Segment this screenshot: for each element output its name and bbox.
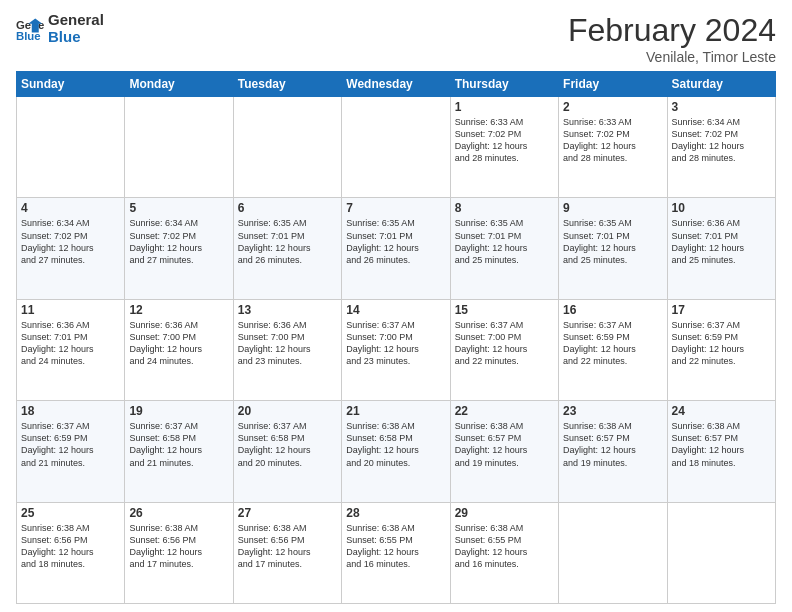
day-number: 26 [129,506,228,520]
calendar-cell [125,97,233,198]
calendar-cell: 18Sunrise: 6:37 AM Sunset: 6:59 PM Dayli… [17,401,125,502]
day-number: 27 [238,506,337,520]
day-number: 7 [346,201,445,215]
day-number: 29 [455,506,554,520]
calendar-cell: 3Sunrise: 6:34 AM Sunset: 7:02 PM Daylig… [667,97,775,198]
day-number: 2 [563,100,662,114]
day-info: Sunrise: 6:34 AM Sunset: 7:02 PM Dayligh… [21,217,120,266]
day-info: Sunrise: 6:37 AM Sunset: 6:59 PM Dayligh… [672,319,771,368]
day-number: 17 [672,303,771,317]
day-info: Sunrise: 6:38 AM Sunset: 6:55 PM Dayligh… [346,522,445,571]
calendar-cell [342,97,450,198]
day-number: 6 [238,201,337,215]
calendar-cell: 12Sunrise: 6:36 AM Sunset: 7:00 PM Dayli… [125,299,233,400]
calendar-cell: 26Sunrise: 6:38 AM Sunset: 6:56 PM Dayli… [125,502,233,603]
day-number: 18 [21,404,120,418]
day-number: 13 [238,303,337,317]
calendar-cell: 21Sunrise: 6:38 AM Sunset: 6:58 PM Dayli… [342,401,450,502]
calendar-cell: 9Sunrise: 6:35 AM Sunset: 7:01 PM Daylig… [559,198,667,299]
day-number: 1 [455,100,554,114]
day-info: Sunrise: 6:38 AM Sunset: 6:56 PM Dayligh… [129,522,228,571]
page: General Blue General Blue February 2024 … [0,0,792,612]
day-info: Sunrise: 6:38 AM Sunset: 6:56 PM Dayligh… [238,522,337,571]
day-info: Sunrise: 6:34 AM Sunset: 7:02 PM Dayligh… [129,217,228,266]
day-info: Sunrise: 6:38 AM Sunset: 6:57 PM Dayligh… [672,420,771,469]
calendar-cell: 23Sunrise: 6:38 AM Sunset: 6:57 PM Dayli… [559,401,667,502]
calendar-cell: 27Sunrise: 6:38 AM Sunset: 6:56 PM Dayli… [233,502,341,603]
day-info: Sunrise: 6:38 AM Sunset: 6:58 PM Dayligh… [346,420,445,469]
calendar-day-header: Friday [559,72,667,97]
calendar-week-row: 4Sunrise: 6:34 AM Sunset: 7:02 PM Daylig… [17,198,776,299]
calendar-day-header: Tuesday [233,72,341,97]
day-info: Sunrise: 6:36 AM Sunset: 7:01 PM Dayligh… [672,217,771,266]
calendar-cell: 11Sunrise: 6:36 AM Sunset: 7:01 PM Dayli… [17,299,125,400]
calendar-day-header: Sunday [17,72,125,97]
day-number: 10 [672,201,771,215]
day-info: Sunrise: 6:35 AM Sunset: 7:01 PM Dayligh… [346,217,445,266]
day-info: Sunrise: 6:38 AM Sunset: 6:57 PM Dayligh… [563,420,662,469]
day-info: Sunrise: 6:35 AM Sunset: 7:01 PM Dayligh… [238,217,337,266]
calendar-week-row: 18Sunrise: 6:37 AM Sunset: 6:59 PM Dayli… [17,401,776,502]
day-info: Sunrise: 6:36 AM Sunset: 7:01 PM Dayligh… [21,319,120,368]
day-info: Sunrise: 6:36 AM Sunset: 7:00 PM Dayligh… [129,319,228,368]
calendar-header-row: SundayMondayTuesdayWednesdayThursdayFrid… [17,72,776,97]
calendar-cell: 8Sunrise: 6:35 AM Sunset: 7:01 PM Daylig… [450,198,558,299]
calendar-cell: 5Sunrise: 6:34 AM Sunset: 7:02 PM Daylig… [125,198,233,299]
calendar-cell: 20Sunrise: 6:37 AM Sunset: 6:58 PM Dayli… [233,401,341,502]
day-info: Sunrise: 6:38 AM Sunset: 6:55 PM Dayligh… [455,522,554,571]
day-number: 21 [346,404,445,418]
day-number: 5 [129,201,228,215]
day-info: Sunrise: 6:37 AM Sunset: 6:59 PM Dayligh… [21,420,120,469]
calendar-cell: 19Sunrise: 6:37 AM Sunset: 6:58 PM Dayli… [125,401,233,502]
calendar-cell [667,502,775,603]
calendar-cell: 4Sunrise: 6:34 AM Sunset: 7:02 PM Daylig… [17,198,125,299]
calendar-cell: 15Sunrise: 6:37 AM Sunset: 7:00 PM Dayli… [450,299,558,400]
day-number: 25 [21,506,120,520]
calendar-cell: 29Sunrise: 6:38 AM Sunset: 6:55 PM Dayli… [450,502,558,603]
day-number: 11 [21,303,120,317]
day-info: Sunrise: 6:35 AM Sunset: 7:01 PM Dayligh… [563,217,662,266]
calendar-cell: 7Sunrise: 6:35 AM Sunset: 7:01 PM Daylig… [342,198,450,299]
calendar-cell: 25Sunrise: 6:38 AM Sunset: 6:56 PM Dayli… [17,502,125,603]
day-info: Sunrise: 6:37 AM Sunset: 7:00 PM Dayligh… [455,319,554,368]
calendar-cell: 13Sunrise: 6:36 AM Sunset: 7:00 PM Dayli… [233,299,341,400]
header: General Blue General Blue February 2024 … [16,12,776,65]
calendar-cell: 2Sunrise: 6:33 AM Sunset: 7:02 PM Daylig… [559,97,667,198]
day-info: Sunrise: 6:37 AM Sunset: 6:59 PM Dayligh… [563,319,662,368]
day-number: 9 [563,201,662,215]
day-number: 14 [346,303,445,317]
day-info: Sunrise: 6:37 AM Sunset: 6:58 PM Dayligh… [129,420,228,469]
logo-icon: General Blue [16,15,44,43]
calendar-day-header: Wednesday [342,72,450,97]
calendar-cell: 10Sunrise: 6:36 AM Sunset: 7:01 PM Dayli… [667,198,775,299]
calendar-cell: 22Sunrise: 6:38 AM Sunset: 6:57 PM Dayli… [450,401,558,502]
title-block: February 2024 Venilale, Timor Leste [568,12,776,65]
day-info: Sunrise: 6:33 AM Sunset: 7:02 PM Dayligh… [455,116,554,165]
day-info: Sunrise: 6:36 AM Sunset: 7:00 PM Dayligh… [238,319,337,368]
day-info: Sunrise: 6:38 AM Sunset: 6:56 PM Dayligh… [21,522,120,571]
calendar-week-row: 11Sunrise: 6:36 AM Sunset: 7:01 PM Dayli… [17,299,776,400]
day-number: 8 [455,201,554,215]
month-title: February 2024 [568,12,776,49]
calendar-cell: 28Sunrise: 6:38 AM Sunset: 6:55 PM Dayli… [342,502,450,603]
calendar-day-header: Saturday [667,72,775,97]
day-info: Sunrise: 6:37 AM Sunset: 7:00 PM Dayligh… [346,319,445,368]
day-info: Sunrise: 6:33 AM Sunset: 7:02 PM Dayligh… [563,116,662,165]
calendar-cell: 1Sunrise: 6:33 AM Sunset: 7:02 PM Daylig… [450,97,558,198]
day-number: 16 [563,303,662,317]
calendar-cell: 16Sunrise: 6:37 AM Sunset: 6:59 PM Dayli… [559,299,667,400]
day-number: 19 [129,404,228,418]
calendar-week-row: 25Sunrise: 6:38 AM Sunset: 6:56 PM Dayli… [17,502,776,603]
calendar-cell [17,97,125,198]
day-info: Sunrise: 6:37 AM Sunset: 6:58 PM Dayligh… [238,420,337,469]
day-info: Sunrise: 6:34 AM Sunset: 7:02 PM Dayligh… [672,116,771,165]
day-number: 22 [455,404,554,418]
day-number: 3 [672,100,771,114]
calendar-day-header: Monday [125,72,233,97]
calendar-cell: 14Sunrise: 6:37 AM Sunset: 7:00 PM Dayli… [342,299,450,400]
calendar-week-row: 1Sunrise: 6:33 AM Sunset: 7:02 PM Daylig… [17,97,776,198]
calendar-table: SundayMondayTuesdayWednesdayThursdayFrid… [16,71,776,604]
day-number: 4 [21,201,120,215]
day-number: 20 [238,404,337,418]
calendar-cell: 6Sunrise: 6:35 AM Sunset: 7:01 PM Daylig… [233,198,341,299]
